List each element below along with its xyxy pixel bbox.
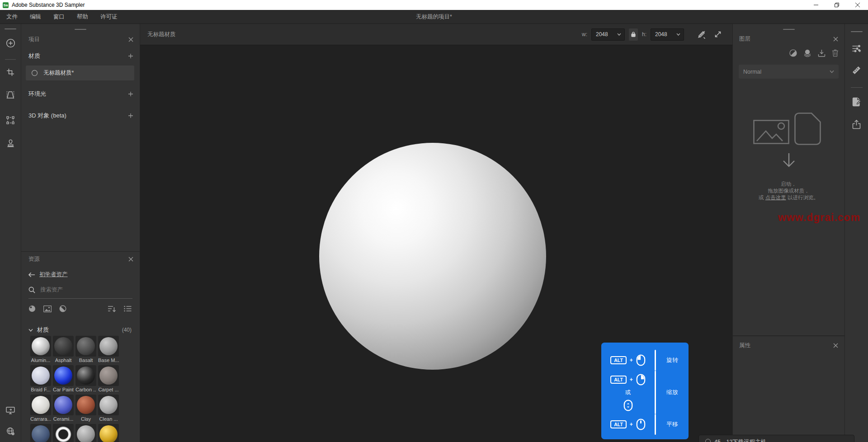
materials-category-count: (40) [122,327,132,333]
add-object-button[interactable] [128,113,133,118]
materials-category-row[interactable]: 材质 (40) [28,326,132,334]
external-display-button[interactable] [0,406,21,414]
chevron-down-icon [830,70,834,73]
layer-dropzone[interactable]: 启动， 拖放图像或材质， 或 点击这里 以进行浏览。 [733,92,844,201]
preview-sphere[interactable] [319,143,546,370]
starter-assets-link[interactable]: 初学者资产 [39,271,68,278]
material-thumbnail[interactable]: Carrara... [30,395,51,423]
close-button[interactable] [847,0,868,10]
left-toolbar [0,24,21,442]
project-panel-close-icon[interactable] [128,37,133,42]
import-layer-icon[interactable] [818,49,826,57]
material-sphere-preview [77,337,95,355]
assets-panel: 资源 初学者资产 搜索资产 [21,251,140,442]
material-name-label: Clean ... [98,415,119,423]
filter-material-sphere-icon[interactable] [28,305,36,312]
properties-panel-close-icon[interactable] [833,343,838,348]
add-circle-icon [6,38,15,48]
objects-section-label: 3D 对象 (beta) [28,112,66,120]
right-toolbar-handle[interactable] [845,31,868,32]
material-thumbnail[interactable] [98,424,119,442]
material-sphere-preview [54,337,72,355]
filter-half-sphere-icon[interactable] [59,305,66,312]
notification-toast[interactable]: 45、12下载远程主机 [698,435,854,442]
material-thumbnail[interactable]: Basalt [75,336,96,364]
back-arrow-icon[interactable] [28,272,35,277]
add-asset-button[interactable] [0,38,21,48]
material-list-item-selected[interactable]: 无标题材质* [26,66,134,80]
material-thumbnail[interactable] [75,424,96,442]
material-name-label: Alumin... [30,357,51,364]
list-view-icon[interactable] [124,306,132,312]
properties-panel: 属性 [733,335,844,442]
clone-stamp-tool-button[interactable] [0,139,21,147]
physical-size-button[interactable] [697,30,706,39]
browse-link[interactable]: 点击这里 [765,195,786,200]
material-thumbnail[interactable]: Car Paint [53,365,74,393]
material-sphere-preview [54,396,72,414]
material-thumbnail[interactable]: Asphalt [53,336,74,364]
filter-image-icon[interactable] [43,306,52,312]
material-thumbnail[interactable] [30,424,51,442]
material-thumbnail[interactable]: Clean ... [98,395,119,423]
mouse-middle-button-icon [636,418,646,430]
add-layer-icon[interactable] [803,49,811,57]
layers-panel-handle[interactable] [783,29,795,30]
pinned-adjustments-button[interactable] [845,44,868,54]
aspect-lock-button[interactable] [629,28,638,41]
perspective-tool-button[interactable] [0,91,21,99]
blend-mode-select[interactable]: Normal [739,65,839,79]
material-thumbnail[interactable]: Carpet ... [98,365,119,393]
left-toolbar-handle[interactable] [0,28,21,29]
share-export-button[interactable] [845,120,868,129]
minimize-button[interactable] [806,0,826,10]
material-thumbnail[interactable]: Carbon ... [75,365,96,393]
material-thumbnail[interactable]: Base M... [98,336,119,364]
add-adjustment-icon[interactable] [789,49,797,57]
hint-rotate-row: ALT + 旋转 [601,350,689,371]
menu-item[interactable]: 许可证 [100,13,118,21]
material-thumbnail[interactable]: Clay [75,395,96,423]
material-circle-icon [31,70,38,76]
restore-button[interactable] [826,0,847,10]
ruler-button[interactable] [845,66,868,75]
material-sphere-preview [77,396,95,414]
blend-mode-value: Normal [743,69,761,75]
material-sphere-preview [77,425,95,442]
fullscreen-button[interactable] [714,31,722,38]
assets-panel-close-icon[interactable] [128,257,133,262]
material-thumbnail[interactable]: Alumin... [30,336,51,364]
transform-tool-button[interactable] [0,116,21,124]
online-settings-button[interactable] [0,427,21,436]
delete-layer-icon[interactable] [832,49,839,57]
add-material-button[interactable] [128,53,133,59]
width-select[interactable]: 2048 [591,28,625,41]
material-sphere-preview [77,367,95,385]
dropzone-line1: 启动， [733,181,844,188]
or-label: 或 [625,389,631,396]
project-panel-handle[interactable] [75,29,86,30]
material-thumbnail[interactable]: Cerami... [53,395,74,423]
alt-key-chip: ALT [610,420,627,428]
material-thumbnail[interactable]: Braid F... [30,365,51,393]
height-value: 2048 [655,31,667,38]
height-select[interactable]: 2048 [651,28,684,41]
menu-item[interactable]: 编辑 [30,13,41,21]
add-environment-button[interactable] [128,91,133,97]
width-label: w: [582,31,587,38]
crop-tool-button[interactable] [0,68,21,76]
layers-panel-close-icon[interactable] [833,37,838,42]
arrow-down-icon [781,153,797,167]
titlebar: Sa Adobe Substance 3D Sampler [0,0,868,10]
menu-item[interactable]: 帮助 [77,13,88,21]
menu-item[interactable]: 文件 [6,13,18,21]
toast-text: 45、12下载远程主机 [714,438,766,442]
sort-icon[interactable] [108,306,116,312]
edit-document-button[interactable] [845,97,868,107]
material-thumbnail[interactable] [53,424,74,442]
menu-item[interactable]: 窗口 [53,13,65,21]
mouse-left-button-icon [636,354,646,366]
stamp-icon [6,139,15,147]
project-title: 无标题的项目* [0,13,868,21]
asset-search-input[interactable]: 搜索资产 [28,286,132,299]
